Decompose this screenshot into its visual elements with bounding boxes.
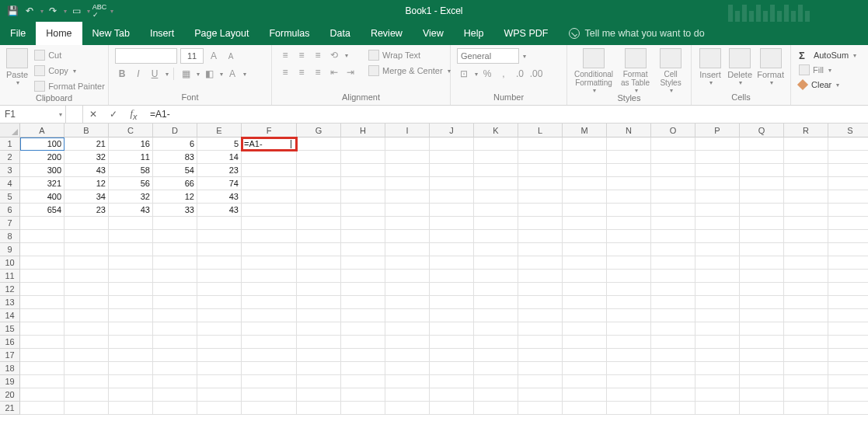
cell-H10[interactable]: [341, 256, 385, 270]
underline-button[interactable]: U: [148, 67, 162, 81]
cell-A7[interactable]: [20, 217, 64, 230]
cell-N19[interactable]: [607, 375, 651, 388]
name-box[interactable]: F1 ▾: [0, 106, 66, 123]
cell-P10[interactable]: [695, 256, 740, 270]
cell-Q18[interactable]: [740, 362, 784, 375]
cell-C12[interactable]: [109, 283, 153, 296]
cell-J17[interactable]: [430, 349, 474, 362]
cell-K20[interactable]: [474, 388, 518, 402]
cell-P15[interactable]: [695, 322, 740, 336]
cell-Q19[interactable]: [740, 375, 784, 388]
cell-J13[interactable]: [430, 296, 474, 309]
cell-I17[interactable]: [385, 349, 430, 362]
cell-H18[interactable]: [341, 362, 385, 375]
cell-I16[interactable]: [385, 336, 430, 349]
cell-M20[interactable]: [563, 388, 607, 402]
cell-R10[interactable]: [784, 256, 828, 270]
fill-button[interactable]: Fill▾: [797, 63, 833, 77]
cell-A2[interactable]: 200: [20, 151, 64, 164]
cell-P3[interactable]: [695, 164, 740, 177]
cell-O7[interactable]: [651, 217, 695, 230]
cell-E21[interactable]: [197, 402, 242, 415]
cell-K9[interactable]: [474, 243, 518, 256]
cell-L7[interactable]: [518, 217, 563, 230]
cell-B17[interactable]: [64, 349, 109, 362]
cell-A12[interactable]: [20, 283, 64, 296]
cell-N9[interactable]: [607, 243, 651, 256]
cell-N2[interactable]: [607, 151, 651, 164]
cell-Q2[interactable]: [740, 151, 784, 164]
cell-D13[interactable]: [153, 296, 197, 309]
cell-H7[interactable]: [341, 217, 385, 230]
touch-mode-icon[interactable]: ▭: [68, 3, 84, 19]
cell-B1[interactable]: 21: [64, 137, 109, 151]
cell-R5[interactable]: [784, 190, 828, 204]
cell-D21[interactable]: [153, 402, 197, 415]
grow-font-icon[interactable]: A: [207, 49, 221, 63]
row-header-5[interactable]: 5: [0, 190, 20, 204]
align-middle-icon[interactable]: ≡: [295, 48, 309, 62]
cell-D6[interactable]: 33: [153, 204, 197, 217]
cell-S14[interactable]: [828, 309, 868, 322]
cells-area[interactable]: 100211665=A1-200321183143004358542332112…: [20, 137, 868, 415]
cell-G13[interactable]: [297, 296, 341, 309]
cell-K11[interactable]: [474, 270, 518, 283]
cell-C3[interactable]: 58: [109, 164, 153, 177]
cell-I21[interactable]: [385, 402, 430, 415]
cell-M17[interactable]: [563, 349, 607, 362]
cell-J8[interactable]: [430, 230, 474, 243]
cell-H3[interactable]: [341, 164, 385, 177]
worksheet-grid[interactable]: ABCDEFGHIJKLMNOPQRS 12345678910111213141…: [0, 124, 868, 442]
format-table-button[interactable]: Format as Table▾: [619, 48, 652, 94]
cell-B20[interactable]: [64, 388, 109, 402]
cell-F8[interactable]: [242, 230, 297, 243]
cell-R11[interactable]: [784, 270, 828, 283]
cell-F2[interactable]: [242, 151, 297, 164]
cell-Q15[interactable]: [740, 322, 784, 336]
cell-M16[interactable]: [563, 336, 607, 349]
cell-D11[interactable]: [153, 270, 197, 283]
cell-R7[interactable]: [784, 217, 828, 230]
cell-A20[interactable]: [20, 388, 64, 402]
cell-C21[interactable]: [109, 402, 153, 415]
cell-O13[interactable]: [651, 296, 695, 309]
cell-S6[interactable]: [828, 204, 868, 217]
cell-F12[interactable]: [242, 283, 297, 296]
cell-J10[interactable]: [430, 256, 474, 270]
undo-icon[interactable]: ↶: [22, 3, 37, 19]
cell-B3[interactable]: 43: [64, 164, 109, 177]
format-painter-button[interactable]: Format Painter: [33, 79, 106, 93]
cell-G14[interactable]: [297, 309, 341, 322]
row-header-1[interactable]: 1: [0, 137, 20, 151]
cell-O16[interactable]: [651, 336, 695, 349]
qat-customize-icon[interactable]: ▾: [110, 8, 113, 15]
cell-C14[interactable]: [109, 309, 153, 322]
cell-E7[interactable]: [197, 217, 242, 230]
cell-O1[interactable]: [651, 137, 695, 151]
cell-C19[interactable]: [109, 375, 153, 388]
cell-P1[interactable]: [695, 137, 740, 151]
cell-F19[interactable]: [242, 375, 297, 388]
cell-C2[interactable]: 11: [109, 151, 153, 164]
cell-E16[interactable]: [197, 336, 242, 349]
cell-C11[interactable]: [109, 270, 153, 283]
cell-F3[interactable]: [242, 164, 297, 177]
cell-J11[interactable]: [430, 270, 474, 283]
autosum-button[interactable]: Σ AutoSum▾: [797, 48, 858, 62]
cell-O5[interactable]: [651, 190, 695, 204]
cell-Q11[interactable]: [740, 270, 784, 283]
cell-G21[interactable]: [297, 402, 341, 415]
cell-R15[interactable]: [784, 322, 828, 336]
cell-O20[interactable]: [651, 388, 695, 402]
cell-M19[interactable]: [563, 375, 607, 388]
cell-J12[interactable]: [430, 283, 474, 296]
cell-I14[interactable]: [385, 309, 430, 322]
cell-F13[interactable]: [242, 296, 297, 309]
cell-H1[interactable]: [341, 137, 385, 151]
cell-K8[interactable]: [474, 230, 518, 243]
dec-decimal-icon[interactable]: .00: [529, 67, 543, 81]
cell-F10[interactable]: [242, 256, 297, 270]
cell-B13[interactable]: [64, 296, 109, 309]
row-header-9[interactable]: 9: [0, 243, 20, 256]
cell-L10[interactable]: [518, 256, 563, 270]
